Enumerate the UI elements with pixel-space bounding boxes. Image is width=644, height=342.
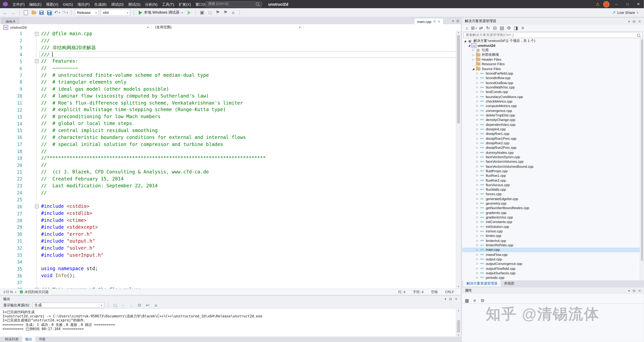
line-number[interactable]: 25 [0,197,25,202]
tree-item-folder[interactable]: ▷外部依赖项 [462,52,644,57]
tree-item-file[interactable]: ▷++fluxRoe2.cpp [462,178,644,182]
refresh-icon[interactable]: ↻ [485,25,491,31]
menu-item[interactable]: 文件(F) [10,2,27,6]
expand-icon[interactable]: ▷ [476,192,479,196]
line-number[interactable]: 17 [0,142,25,147]
expand-icon[interactable]: ▷ [476,72,479,75]
expand-icon[interactable]: ▷ [476,183,479,186]
line-number[interactable]: 13 [0,114,25,119]
goto-next-message-icon[interactable]: ↓ [128,302,134,309]
save-icon[interactable] [38,9,44,16]
tab-defs-h[interactable]: defs.h [2,18,20,24]
tree-item-file[interactable]: ▷++dissipRoe2.cpp [462,141,644,146]
tree-item-file[interactable]: ▷++dummyNodes.cpp [462,150,644,155]
output-vertical-scrollbar[interactable]: ▲ ▼ [456,309,461,337]
code-line[interactable]: 34 [0,258,456,265]
expand-icon[interactable]: ▷ [476,258,479,261]
pin-icon[interactable]: ⊟ [633,289,636,293]
expand-icon[interactable]: ▷ [476,225,479,228]
scrollbar-thumb[interactable] [457,320,460,333]
expand-icon[interactable]: ▷ [476,95,479,98]
panel-tab[interactable]: 书签 [36,337,49,342]
active-files-dropdown-icon[interactable]: ▾ [452,19,454,23]
menu-item[interactable]: 分析(N) [143,2,160,6]
line-number[interactable]: 15 [0,128,25,133]
tree-item-file[interactable]: ▷++dissipRoe1.cpp [462,131,644,136]
tree-item-file[interactable]: ▷++massFlow.cpp [462,252,644,257]
line-number[interactable]: 12 [0,107,25,112]
tree-item-file[interactable]: ▷++fluxRoe1.cpp [462,173,644,178]
tree-item-file[interactable]: ▷++gradients.cpp [462,210,644,215]
code-line[interactable]: 38–/// Main program of the flow solver. [0,286,456,289]
tree-item-file[interactable]: ▷++outputSurfaces.cpp [462,271,644,276]
expand-icon[interactable]: ▷ [476,142,479,145]
pin-icon[interactable]: ⊟ [633,19,636,23]
tree-item-file[interactable]: ▷++faceVectorsSymm.cpp [462,155,644,159]
line-number[interactable]: 10 [0,94,25,98]
live-share-button[interactable]: ↗ Live Share ▾ [612,10,642,15]
spaces-indicator[interactable]: 空格 [431,290,438,294]
code-line[interactable]: 5–// Features: [0,58,456,65]
tree-item-file[interactable]: ▷++limiterRefVals.cpp [462,243,644,248]
output-log[interactable]: 1>已完成代码的生成1>unstruct2d.vcxproj -> C:\Use… [0,309,461,337]
tree-item-file[interactable]: ▷++forces.cpp [462,192,644,196]
tree-item-file[interactable]: ▷++initConstants.cpp [462,220,644,224]
tree-item-file[interactable]: ▷++generateEdgelist.cpp [462,196,644,201]
show-all-files-icon[interactable]: ▤ [499,25,505,31]
line-number[interactable]: 16 [0,135,25,140]
tree-item-file[interactable]: ▷++output.cpp [462,257,644,262]
tree-item-file[interactable]: ▷++bndConds.cpp [462,90,644,94]
toggle-autoscroll-icon[interactable]: ≡ [153,302,159,309]
code-line[interactable]: 13// # preconditioning for low Mach numb… [0,113,456,120]
expand-icon[interactable]: ▷ [476,104,479,108]
expand-icon[interactable]: ▷ [476,262,479,265]
tree-item-file[interactable]: ▷++fluidProps.cpp [462,169,644,173]
code-line[interactable]: 17// # special initial solution for comp… [0,141,456,148]
preview-selected-items-icon[interactable]: ◨ [513,25,519,31]
tab-main-cpp-preview[interactable]: main.cpp ⇈ ✕ [414,18,444,25]
tree-item-file[interactable]: ▷++bcondFarfield.cpp [462,71,644,76]
expand-icon[interactable]: ▷ [472,53,475,56]
close-icon[interactable]: ✕ [438,20,440,23]
line-number[interactable]: 27 [0,211,25,216]
expand-icon[interactable]: ▷ [476,128,479,131]
fold-collapse-icon[interactable]: – [35,32,38,36]
code-line[interactable]: 3/// 非结构网格2D求解器 [0,44,456,51]
menu-item[interactable]: 生成(B) [92,2,109,6]
tree-item-file[interactable]: ▷++outputFlowfield.cpp [462,266,644,271]
expand-icon[interactable]: ▷ [476,146,479,150]
code-line[interactable]: 20// [0,162,456,169]
expand-icon[interactable]: ▷ [476,169,479,172]
code-line[interactable]: 28#include <ctime> [0,217,456,224]
line-number[interactable]: 8 [0,80,25,85]
expand-icon[interactable]: ▷ [476,109,479,112]
document-health-indicator[interactable]: ✓ 未找到相关问题 [20,290,49,294]
tree-item-file[interactable]: ▷++checkMetrics.cpp [462,99,644,104]
sync-with-active-document-icon[interactable]: ⇄ [478,25,484,31]
expand-icon[interactable]: ▷ [476,160,479,163]
line-number[interactable]: 6 [0,66,25,71]
menu-item[interactable]: 扩展(X) [176,2,193,6]
solution-explorer-search-input[interactable]: 搜索解决方案资源管理器(Ctrl+;) [463,32,643,38]
goto-previous-message-icon[interactable]: ↑ [120,302,126,309]
property-pages-icon[interactable]: ⚙ [480,297,486,304]
scroll-up-icon[interactable]: ▲ [456,31,461,34]
line-number[interactable]: 21 [0,170,25,174]
word-wrap-icon[interactable]: ↩ [145,302,150,309]
menu-item[interactable]: 编辑(E) [27,2,44,6]
line-number[interactable]: 19 [0,156,25,161]
tree-item-file[interactable]: ▷++outputConvergence.cpp [462,261,644,266]
home-icon[interactable]: ⌂ [464,25,470,31]
configuration-select[interactable]: Release▾ [75,9,99,16]
code-line[interactable]: 23// Last modification: September 22, 20… [0,182,456,189]
code-line[interactable]: 37 [0,279,456,286]
collapse-all-icon[interactable]: ⊟ [492,25,498,31]
expand-icon[interactable]: ▷ [476,90,479,94]
tree-item-file[interactable]: ▷++deleteTmpElist.cpp [462,113,644,118]
alphabetical-icon[interactable]: ≡ [472,297,478,304]
tree-item-file[interactable]: ▷++periodic.cpp [462,276,644,280]
window-menu-icon[interactable]: ⊟ [456,19,459,23]
expand-icon[interactable]: ▷ [476,220,479,224]
code-line[interactable]: 36void Info(); [0,272,456,279]
line-number[interactable]: 24 [0,190,25,195]
